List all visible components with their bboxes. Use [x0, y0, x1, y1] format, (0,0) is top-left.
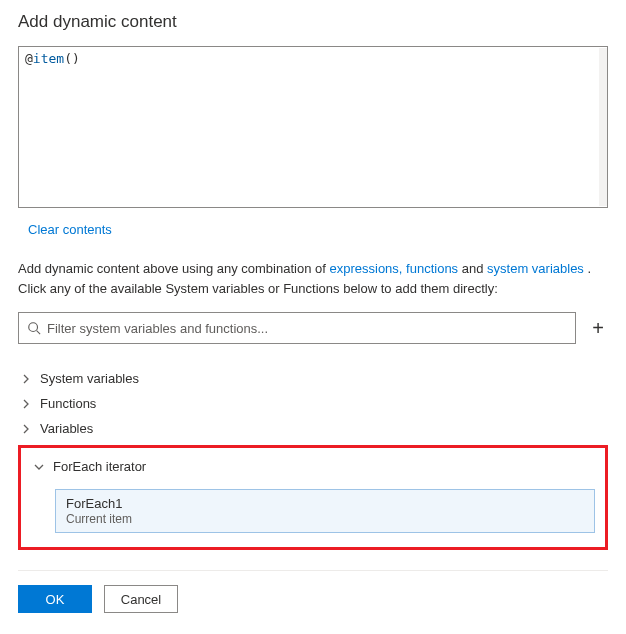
helper-mid: and: [462, 261, 487, 276]
category-system-variables[interactable]: System variables: [18, 366, 608, 391]
filter-input-wrapper[interactable]: [18, 312, 576, 344]
expression-editor[interactable]: @item(): [18, 46, 608, 208]
add-button[interactable]: +: [588, 317, 608, 340]
category-label: ForEach iterator: [53, 459, 146, 474]
expr-token-at: @: [25, 51, 33, 66]
chevron-right-icon: [20, 374, 32, 384]
scrollbar-track[interactable]: [599, 48, 607, 206]
filter-row: +: [18, 312, 608, 344]
foreach-highlight-box: ForEach iterator ForEach1 Current item: [18, 445, 608, 550]
expr-token-fn: item: [33, 51, 64, 66]
helper-line2: Click any of the available System variab…: [18, 281, 498, 296]
expressions-functions-link[interactable]: expressions, functions: [329, 261, 458, 276]
foreach-item-title: ForEach1: [66, 496, 584, 511]
helper-period: .: [587, 261, 591, 276]
footer-divider: [18, 570, 608, 571]
category-functions[interactable]: Functions: [18, 391, 608, 416]
footer: OK Cancel: [18, 585, 608, 613]
chevron-right-icon: [20, 424, 32, 434]
category-variables[interactable]: Variables: [18, 416, 608, 441]
search-icon: [27, 321, 41, 335]
filter-input[interactable]: [47, 321, 567, 336]
category-label: Functions: [40, 396, 96, 411]
category-label: System variables: [40, 371, 139, 386]
foreach-item-subtitle: Current item: [66, 512, 584, 526]
svg-point-0: [29, 323, 38, 332]
cancel-button[interactable]: Cancel: [104, 585, 178, 613]
foreach-item-card[interactable]: ForEach1 Current item: [55, 489, 595, 533]
ok-button[interactable]: OK: [18, 585, 92, 613]
dialog-title: Add dynamic content: [18, 12, 608, 32]
category-label: Variables: [40, 421, 93, 436]
expr-token-paren: (): [64, 51, 80, 66]
chevron-down-icon: [33, 462, 45, 472]
category-foreach-iterator[interactable]: ForEach iterator: [31, 454, 595, 479]
helper-prefix: Add dynamic content above using any comb…: [18, 261, 329, 276]
svg-line-1: [37, 331, 41, 335]
clear-contents-link[interactable]: Clear contents: [28, 222, 112, 237]
system-variables-link[interactable]: system variables: [487, 261, 584, 276]
chevron-right-icon: [20, 399, 32, 409]
helper-text: Add dynamic content above using any comb…: [18, 259, 608, 298]
